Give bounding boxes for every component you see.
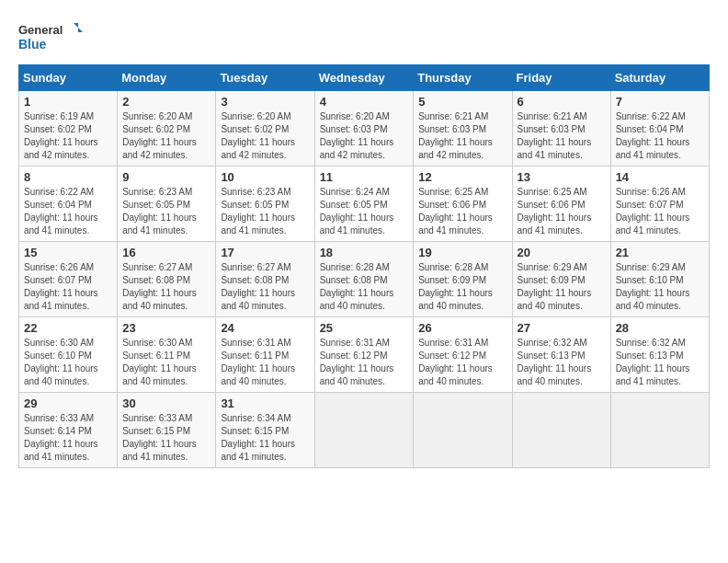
calendar-week-row: 15 Sunrise: 6:26 AMSunset: 6:07 PMDaylig…	[19, 242, 710, 317]
day-info: Sunrise: 6:32 AMSunset: 6:13 PMDaylight:…	[616, 338, 690, 386]
day-info: Sunrise: 6:33 AMSunset: 6:14 PMDaylight:…	[24, 413, 98, 462]
day-info: Sunrise: 6:30 AMSunset: 6:10 PMDaylight:…	[24, 338, 98, 386]
day-number: 25	[320, 321, 409, 335]
calendar-cell: 15 Sunrise: 6:26 AMSunset: 6:07 PMDaylig…	[19, 242, 118, 317]
header-friday: Friday	[512, 65, 610, 91]
day-info: Sunrise: 6:19 AMSunset: 6:02 PMDaylight:…	[24, 111, 98, 160]
day-number: 26	[418, 321, 506, 335]
day-info: Sunrise: 6:28 AMSunset: 6:08 PMDaylight:…	[320, 262, 394, 311]
calendar-cell	[512, 393, 610, 468]
header-monday: Monday	[118, 65, 216, 91]
logo-arrow	[74, 23, 83, 32]
day-info: Sunrise: 6:31 AMSunset: 6:12 PMDaylight:…	[320, 338, 394, 386]
calendar-cell: 4 Sunrise: 6:20 AMSunset: 6:03 PMDayligh…	[314, 91, 414, 167]
day-info: Sunrise: 6:31 AMSunset: 6:12 PMDaylight:…	[418, 338, 493, 386]
calendar-cell: 26 Sunrise: 6:31 AMSunset: 6:12 PMDaylig…	[414, 317, 512, 393]
calendar-cell: 20 Sunrise: 6:29 AMSunset: 6:09 PMDaylig…	[512, 242, 610, 317]
calendar-cell: 24 Sunrise: 6:31 AMSunset: 6:11 PMDaylig…	[216, 317, 314, 393]
calendar-cell: 12 Sunrise: 6:25 AMSunset: 6:06 PMDaylig…	[414, 167, 512, 242]
day-number: 21	[616, 246, 704, 259]
day-info: Sunrise: 6:20 AMSunset: 6:02 PMDaylight:…	[122, 111, 197, 160]
calendar-cell: 2 Sunrise: 6:20 AMSunset: 6:02 PMDayligh…	[118, 91, 216, 167]
day-info: Sunrise: 6:30 AMSunset: 6:11 PMDaylight:…	[122, 338, 197, 386]
day-number: 28	[616, 321, 704, 335]
day-info: Sunrise: 6:23 AMSunset: 6:05 PMDaylight:…	[221, 187, 295, 236]
calendar-week-row: 22 Sunrise: 6:30 AMSunset: 6:10 PMDaylig…	[19, 317, 710, 393]
day-info: Sunrise: 6:21 AMSunset: 6:03 PMDaylight:…	[418, 111, 493, 160]
calendar-table: SundayMondayTuesdayWednesdayThursdayFrid…	[18, 64, 710, 468]
calendar-cell: 19 Sunrise: 6:28 AMSunset: 6:09 PMDaylig…	[414, 242, 512, 317]
calendar-cell: 29 Sunrise: 6:33 AMSunset: 6:14 PMDaylig…	[19, 393, 118, 468]
calendar-cell: 25 Sunrise: 6:31 AMSunset: 6:12 PMDaylig…	[314, 317, 414, 393]
day-number: 4	[320, 95, 409, 109]
logo: General Blue	[18, 18, 83, 55]
calendar-cell	[414, 393, 512, 468]
calendar-cell: 7 Sunrise: 6:22 AMSunset: 6:04 PMDayligh…	[610, 91, 709, 167]
logo-blue: Blue	[18, 37, 47, 52]
day-info: Sunrise: 6:23 AMSunset: 6:05 PMDaylight:…	[122, 187, 197, 236]
calendar-week-row: 8 Sunrise: 6:22 AMSunset: 6:04 PMDayligh…	[19, 167, 710, 242]
day-info: Sunrise: 6:28 AMSunset: 6:09 PMDaylight:…	[418, 262, 493, 311]
calendar-cell: 14 Sunrise: 6:26 AMSunset: 6:07 PMDaylig…	[610, 167, 709, 242]
calendar-cell: 22 Sunrise: 6:30 AMSunset: 6:10 PMDaylig…	[19, 317, 118, 393]
day-info: Sunrise: 6:20 AMSunset: 6:02 PMDaylight:…	[221, 111, 295, 160]
day-number: 6	[518, 95, 606, 109]
day-number: 1	[24, 95, 112, 109]
day-number: 31	[221, 396, 309, 410]
calendar-cell: 28 Sunrise: 6:32 AMSunset: 6:13 PMDaylig…	[610, 317, 709, 393]
calendar-cell: 31 Sunrise: 6:34 AMSunset: 6:15 PMDaylig…	[216, 393, 314, 468]
calendar-cell: 27 Sunrise: 6:32 AMSunset: 6:13 PMDaylig…	[512, 317, 610, 393]
header-wednesday: Wednesday	[314, 65, 414, 91]
day-info: Sunrise: 6:25 AMSunset: 6:06 PMDaylight:…	[418, 187, 493, 236]
calendar-cell: 11 Sunrise: 6:24 AMSunset: 6:05 PMDaylig…	[314, 167, 414, 242]
day-info: Sunrise: 6:27 AMSunset: 6:08 PMDaylight:…	[221, 262, 295, 311]
calendar-cell: 23 Sunrise: 6:30 AMSunset: 6:11 PMDaylig…	[118, 317, 216, 393]
calendar-cell: 1 Sunrise: 6:19 AMSunset: 6:02 PMDayligh…	[19, 91, 118, 167]
day-info: Sunrise: 6:26 AMSunset: 6:07 PMDaylight:…	[616, 187, 690, 236]
day-info: Sunrise: 6:25 AMSunset: 6:06 PMDaylight:…	[518, 187, 592, 236]
calendar-cell: 13 Sunrise: 6:25 AMSunset: 6:06 PMDaylig…	[512, 167, 610, 242]
day-info: Sunrise: 6:31 AMSunset: 6:11 PMDaylight:…	[221, 338, 295, 386]
header-sunday: Sunday	[19, 65, 118, 91]
header-saturday: Saturday	[610, 65, 709, 91]
day-number: 19	[418, 246, 506, 259]
header-thursday: Thursday	[414, 65, 512, 91]
calendar-cell: 17 Sunrise: 6:27 AMSunset: 6:08 PMDaylig…	[216, 242, 314, 317]
day-info: Sunrise: 6:24 AMSunset: 6:05 PMDaylight:…	[320, 187, 394, 236]
day-number: 5	[418, 95, 506, 109]
day-number: 12	[418, 170, 506, 184]
header-tuesday: Tuesday	[216, 65, 314, 91]
day-number: 13	[518, 170, 606, 184]
calendar-header-row: SundayMondayTuesdayWednesdayThursdayFrid…	[19, 65, 710, 91]
day-number: 7	[616, 95, 704, 109]
day-number: 3	[221, 95, 309, 109]
calendar-cell: 18 Sunrise: 6:28 AMSunset: 6:08 PMDaylig…	[314, 242, 414, 317]
day-number: 24	[221, 321, 309, 335]
day-info: Sunrise: 6:33 AMSunset: 6:15 PMDaylight:…	[122, 413, 197, 462]
day-number: 11	[320, 170, 409, 184]
day-number: 20	[518, 246, 606, 259]
day-info: Sunrise: 6:27 AMSunset: 6:08 PMDaylight:…	[122, 262, 197, 311]
day-number: 15	[24, 246, 112, 259]
calendar-cell: 9 Sunrise: 6:23 AMSunset: 6:05 PMDayligh…	[118, 167, 216, 242]
day-info: Sunrise: 6:34 AMSunset: 6:15 PMDaylight:…	[221, 413, 295, 462]
calendar-cell: 10 Sunrise: 6:23 AMSunset: 6:05 PMDaylig…	[216, 167, 314, 242]
day-info: Sunrise: 6:29 AMSunset: 6:09 PMDaylight:…	[518, 262, 592, 311]
day-number: 10	[221, 170, 309, 184]
day-number: 8	[24, 170, 112, 184]
calendar-cell: 16 Sunrise: 6:27 AMSunset: 6:08 PMDaylig…	[118, 242, 216, 317]
calendar-week-row: 1 Sunrise: 6:19 AMSunset: 6:02 PMDayligh…	[19, 91, 710, 167]
calendar-cell: 30 Sunrise: 6:33 AMSunset: 6:15 PMDaylig…	[118, 393, 216, 468]
day-info: Sunrise: 6:22 AMSunset: 6:04 PMDaylight:…	[616, 111, 690, 160]
calendar-week-row: 29 Sunrise: 6:33 AMSunset: 6:14 PMDaylig…	[19, 393, 710, 468]
day-number: 9	[122, 170, 210, 184]
calendar-cell: 3 Sunrise: 6:20 AMSunset: 6:02 PMDayligh…	[216, 91, 314, 167]
calendar-cell: 21 Sunrise: 6:29 AMSunset: 6:10 PMDaylig…	[610, 242, 709, 317]
calendar-cell: 8 Sunrise: 6:22 AMSunset: 6:04 PMDayligh…	[19, 167, 118, 242]
day-number: 18	[320, 246, 409, 259]
logo-general: General	[18, 23, 63, 37]
day-info: Sunrise: 6:22 AMSunset: 6:04 PMDaylight:…	[24, 187, 98, 236]
calendar-cell: 5 Sunrise: 6:21 AMSunset: 6:03 PMDayligh…	[414, 91, 512, 167]
header: General Blue	[18, 18, 710, 55]
day-number: 23	[122, 321, 210, 335]
